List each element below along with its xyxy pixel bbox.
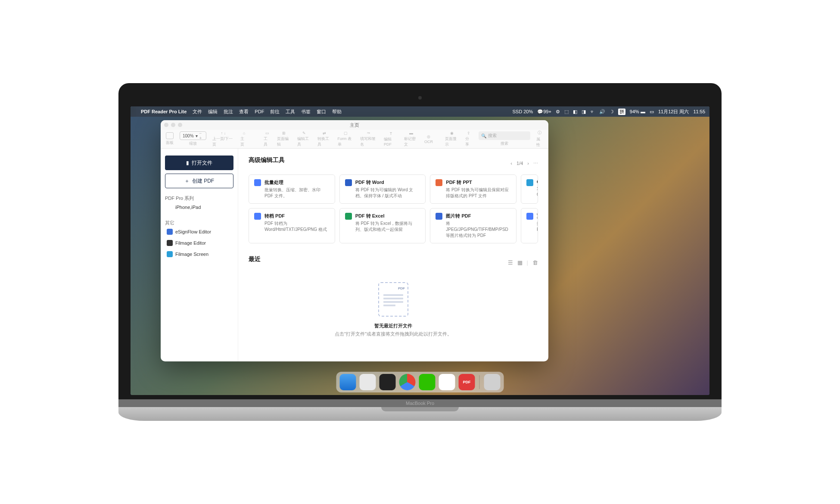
toolbar-home[interactable]: ⌂主页 (240, 131, 248, 147)
empty-state: 暂无最近打开文件 点击"打开文件"或者直接将文件拖拽到此处以打开文件。 (249, 269, 538, 350)
toolbar-fill-sign[interactable]: ✑填写和签名 (360, 131, 378, 147)
tool-card[interactable]: PDF 转 Word 将 PDF 转为可编辑的 Word 文档。保持字体 / 版… (339, 174, 426, 204)
tool-card[interactable]: 转档 PDF PDF 转档为 Word/Html/TXT/JPEG/PNG 格式 (249, 208, 335, 243)
open-file-button[interactable]: ▮ 打开文件 (165, 156, 233, 170)
tool-card[interactable]: 批量处理 批量转换、压缩、加密、水印 PDF 文件。 (249, 174, 335, 204)
menu-window[interactable]: 窗口 (317, 109, 326, 115)
view-grid-icon[interactable]: ▦ (517, 259, 523, 266)
close-button[interactable] (164, 123, 168, 127)
menu-tools[interactable]: 工具 (286, 109, 295, 115)
tool-desc: 批量转换、压缩、加密、水印 PDF 文件。 (264, 187, 330, 199)
app-icon (167, 229, 173, 235)
minimize-button[interactable] (171, 123, 175, 127)
dock-qq[interactable] (439, 374, 455, 390)
tool-desc: 将 PDF 转为 Excel，数据将与列、版式和格式一起保留 (355, 221, 420, 233)
toolbar-edit-tools[interactable]: ✎编辑工具 (297, 131, 311, 147)
toolbar-edit-pdf[interactable]: T编辑PDF (384, 131, 398, 146)
app-icon (167, 251, 173, 257)
dock-launchpad[interactable] (360, 374, 376, 390)
toolbar-display[interactable]: ◉页面显示 (445, 131, 459, 147)
app-window: 主页 面板 100%▾− + 缩放 ↑ ↓上一页/下一页 ⌂主页 ▭工具 ⊞页面… (161, 120, 548, 361)
status-icon[interactable]: ◨ (582, 109, 586, 115)
tool-card[interactable]: PDF 转 PPT 将 PDF 转换为可编辑且保留对应排版格式的 PPT 文件 (430, 174, 516, 204)
screen-mirroring-icon[interactable]: ▭ (650, 109, 654, 115)
input-method[interactable]: 拼 (618, 109, 625, 115)
maximize-button[interactable] (178, 123, 182, 127)
tool-desc: 将 JPEG/JPG/PNG/TIFF/BMP/PSD 等图片格式转为 PDF (446, 221, 511, 239)
camera (418, 96, 422, 100)
toolbar-page-edit[interactable]: ⊞页面编辑 (277, 131, 291, 147)
dock: PDF (336, 372, 504, 392)
tool-title: PDF 转 PPT (446, 179, 511, 186)
menu-file[interactable]: 文件 (193, 109, 202, 115)
menu-edit[interactable]: 编辑 (208, 109, 218, 115)
toolbar-form[interactable]: ▢Form 表单 (338, 131, 354, 147)
status-icon[interactable]: ⚙ (556, 109, 560, 115)
recent-heading: 最近 (249, 255, 261, 263)
desktop: 主页 面板 100%▾− + 缩放 ↑ ↓上一页/下一页 ⌂主页 ▭工具 ⊞页面… (131, 117, 709, 395)
dock-chrome[interactable] (399, 374, 416, 390)
app-menu[interactable]: PDF Reader Pro Lite (141, 109, 187, 114)
more-menu[interactable]: ⋯ (533, 161, 538, 166)
toolbar-ocr[interactable]: ◎OCR (424, 134, 433, 144)
menu-bookmarks[interactable]: 书签 (301, 109, 311, 115)
sidebar-item-filmage-editor[interactable]: Filmage Editor (165, 237, 233, 249)
main-content: 高级编辑工具 ‹ 1/4 › ⋯ 批量处理 批量转换、压缩、加密、水印 PDF … (238, 149, 548, 361)
tool-icon (436, 213, 442, 220)
toolbar-zoom[interactable]: 100%▾− + 缩放 (180, 131, 206, 146)
dock-trash[interactable] (484, 374, 501, 390)
tool-title: PDF 转 Word (355, 179, 420, 186)
dock-pdfreader[interactable]: PDF (459, 374, 475, 390)
menu-goto[interactable]: 前往 (270, 109, 280, 115)
volume-icon[interactable]: 🔊 (599, 109, 605, 115)
toolbar-convert[interactable]: ⇄转换工具 (317, 131, 332, 147)
toolbar-redact[interactable]: ▬标记密文 (404, 131, 418, 147)
tool-card[interactable]: 页 插 P (521, 208, 538, 243)
dock-wechat[interactable] (419, 374, 436, 390)
wifi-icon[interactable]: ᯤ (590, 109, 595, 114)
window-titlebar[interactable]: 主页 (161, 120, 548, 130)
date[interactable]: 11月12日 周六 (658, 109, 689, 115)
tool-icon (526, 213, 533, 220)
tool-card[interactable]: O 对 O (521, 174, 538, 204)
apple-icon (167, 204, 173, 210)
tool-card[interactable]: 图片转 PDF 将 JPEG/JPG/PNG/TIFF/BMP/PSD 等图片格… (430, 208, 516, 243)
dock-terminal[interactable] (380, 374, 396, 390)
tool-title: PDF 转 Excel (355, 213, 420, 219)
toolbar-properties[interactable]: ⓘ属性 (536, 130, 544, 148)
next-page[interactable]: › (527, 161, 529, 166)
ssd-status[interactable]: SSD 20% (512, 109, 533, 114)
status-icon[interactable]: ◧ (573, 109, 577, 115)
laptop-base (118, 407, 722, 421)
toolbar-panel[interactable]: 面板 (166, 132, 174, 146)
view-list-icon[interactable]: ☰ (508, 259, 513, 266)
empty-subtitle: 点击"打开文件"或者直接将文件拖拽到此处以打开文件。 (335, 331, 452, 337)
tool-title: O (537, 179, 538, 184)
menu-help[interactable]: 帮助 (332, 109, 342, 115)
empty-title: 暂无最近打开文件 (374, 323, 412, 329)
toolbar-tools[interactable]: ▭工具 (264, 131, 271, 147)
toolbar-search[interactable]: 🔍搜索 搜索 (479, 131, 530, 146)
tool-title: 图片转 PDF (446, 213, 511, 219)
time[interactable]: 11:55 (693, 109, 705, 114)
page-indicator: 1/4 (516, 161, 523, 166)
menu-annotate[interactable]: 批注 (224, 109, 233, 115)
tool-card[interactable]: PDF 转 Excel 将 PDF 转为 Excel，数据将与列、版式和格式一起… (339, 208, 426, 243)
create-pdf-button[interactable]: ＋ 创建 PDF (165, 174, 233, 188)
sidebar-item-filmage-screen[interactable]: Filmage Screen (165, 249, 233, 260)
window-title: 主页 (350, 122, 359, 128)
menu-view[interactable]: 查看 (239, 109, 249, 115)
sidebar-item-ios[interactable]: iPhone,iPad (165, 202, 233, 213)
battery-status[interactable]: 94% ▬ (630, 109, 645, 114)
toolbar-prev-next[interactable]: ↑ ↓上一页/下一页 (212, 131, 235, 147)
prev-page[interactable]: ‹ (510, 161, 512, 166)
status-icon[interactable]: ⬚ (564, 109, 569, 115)
wechat-icon[interactable]: 💬99+ (537, 109, 551, 115)
tool-icon (345, 213, 352, 220)
sidebar-item-esignflow[interactable]: eSignFlow Editor (165, 226, 233, 237)
moon-icon[interactable]: ☽ (610, 109, 614, 115)
menu-pdf[interactable]: PDF (255, 109, 264, 114)
dock-finder[interactable] (340, 374, 356, 390)
toolbar-share[interactable]: ⇪分享 (465, 131, 473, 147)
trash-icon[interactable]: 🗑 (532, 259, 538, 266)
